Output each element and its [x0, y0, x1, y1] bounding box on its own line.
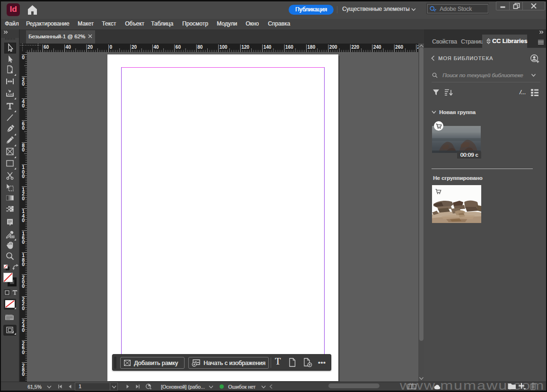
svg-text:0: 0 — [22, 305, 25, 311]
svg-text:0: 0 — [22, 261, 25, 267]
svg-text:0: 0 — [22, 283, 25, 289]
svg-text:0: 0 — [22, 173, 25, 179]
svg-text:20: 20 — [88, 45, 93, 50]
svg-text:180: 180 — [308, 45, 316, 50]
svg-text:0: 0 — [110, 45, 113, 50]
svg-text:40: 40 — [153, 45, 159, 50]
svg-text:0: 0 — [22, 217, 25, 223]
svg-text:260: 260 — [395, 45, 403, 50]
svg-text:240: 240 — [373, 45, 381, 50]
svg-text:0: 0 — [22, 371, 25, 377]
svg-text:0: 0 — [22, 327, 25, 333]
svg-text:0: 0 — [22, 81, 25, 87]
svg-text:0: 0 — [22, 147, 25, 152]
svg-text:40: 40 — [66, 45, 71, 50]
svg-text:60: 60 — [176, 45, 181, 50]
svg-text:60: 60 — [44, 45, 49, 50]
svg-text:0: 0 — [22, 349, 25, 355]
svg-text:0: 0 — [22, 103, 25, 108]
svg-text:0: 0 — [22, 239, 25, 245]
svg-text:220: 220 — [351, 45, 359, 50]
svg-text:200: 200 — [329, 45, 337, 50]
svg-text:0: 0 — [22, 125, 25, 131]
svg-text:0: 0 — [22, 196, 25, 201]
svg-text:100: 100 — [220, 45, 228, 50]
svg-text:140: 140 — [264, 45, 272, 50]
svg-text:160: 160 — [285, 45, 293, 50]
svg-text:0: 0 — [22, 54, 25, 60]
svg-text:120: 120 — [241, 45, 249, 50]
svg-text:20: 20 — [132, 45, 137, 50]
svg-text:80: 80 — [197, 45, 203, 50]
